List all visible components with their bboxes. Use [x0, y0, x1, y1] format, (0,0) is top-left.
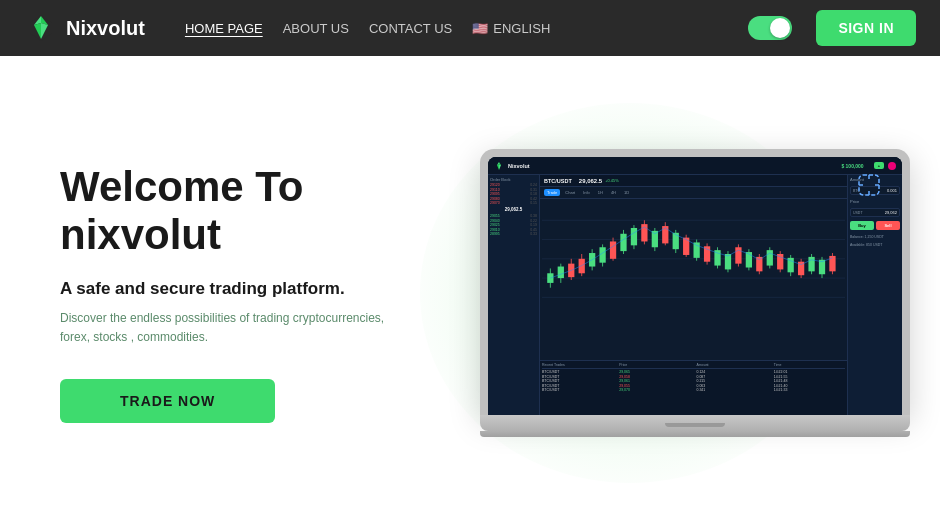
sell-button[interactable]: Sell	[876, 221, 900, 230]
laptop-outer: Nixvolut $ 100,000 + Order Book	[480, 149, 910, 415]
leaf-logo-icon	[24, 11, 58, 45]
tab-4h[interactable]: 4H	[608, 189, 619, 196]
tab-1h[interactable]: 1H	[595, 189, 606, 196]
trade-now-button[interactable]: TRADE NOW	[60, 379, 275, 423]
theme-toggle[interactable]	[748, 16, 792, 40]
hero-subtitle: A safe and secure trading platform.	[60, 279, 400, 299]
mid-price: 29,062.5	[490, 207, 537, 212]
asset-price: 29,062.5	[579, 178, 602, 184]
table-row: BTC/USDT 29,055 0.063 14:21:40	[542, 384, 845, 388]
buy-sell-buttons: Buy Sell	[850, 221, 900, 230]
laptop-base	[480, 415, 910, 431]
tab-info[interactable]: Info	[580, 189, 593, 196]
nav-contact[interactable]: CONTACT US	[369, 21, 452, 36]
hero-desc: Discover the endless possibilities of tr…	[60, 309, 400, 347]
tab-trade[interactable]: Trade	[544, 189, 560, 196]
nav-home[interactable]: HOME PAGE	[185, 21, 263, 36]
laptop-stand	[480, 431, 910, 437]
navbar: Nixvolut HOME PAGE ABOUT US CONTACT US 🇺…	[0, 0, 940, 56]
svg-rect-22	[599, 247, 605, 262]
hero-text-block: Welcome To nixvolut A safe and secure tr…	[60, 163, 400, 424]
laptop-mockup: Nixvolut $ 100,000 + Order Book	[480, 149, 910, 437]
chart-tabs: Trade Chart Info 1H 4H 1D	[540, 187, 847, 199]
svg-rect-26	[620, 234, 626, 251]
platform-body: Order Book 291200.24 291100.31 290950.18…	[488, 175, 902, 415]
logo-text: Nixvolut	[66, 17, 145, 40]
asset-name: BTC/USDT	[544, 178, 572, 184]
tab-1d[interactable]: 1D	[621, 189, 632, 196]
platform-name: Nixvolut	[508, 163, 530, 169]
svg-rect-14	[558, 267, 564, 279]
hero-title: Welcome To nixvolut	[60, 163, 400, 260]
trading-ui: Nixvolut $ 100,000 + Order Book	[488, 157, 902, 415]
signin-button[interactable]: SIGN IN	[816, 10, 916, 46]
tab-chart[interactable]: Chart	[562, 189, 578, 196]
nav-about[interactable]: ABOUT US	[283, 21, 349, 36]
table-row: BTC/USDT 29,058 0.087 14:21:55	[542, 375, 845, 379]
svg-rect-38	[683, 238, 689, 255]
price-input[interactable]: USDT 29,062	[850, 208, 900, 217]
laptop-screen: Nixvolut $ 100,000 + Order Book	[488, 157, 902, 415]
order-book: Order Book 291200.24 291100.31 290950.18…	[488, 175, 540, 415]
platform-topbar: Nixvolut $ 100,000 +	[488, 157, 902, 175]
lang-label: ENGLISH	[493, 21, 550, 36]
trade-panel: Amount BTC 0.001 Price USDT 29,062	[847, 175, 902, 415]
logo[interactable]: Nixvolut	[24, 11, 145, 45]
user-avatar[interactable]	[888, 162, 896, 170]
svg-rect-24	[610, 241, 616, 258]
toggle-knob	[770, 18, 790, 38]
deposit-button[interactable]: +	[874, 162, 884, 169]
svg-rect-34	[662, 226, 668, 243]
svg-rect-52	[756, 257, 762, 271]
table-row: BTC/USDT 29,070 0.341 14:21:33	[542, 388, 845, 392]
svg-rect-36	[673, 233, 679, 249]
chart-panel: BTC/USDT 29,062.5 +0.45% Trade Chart Inf…	[540, 175, 847, 415]
us-flag-icon: 🇺🇸	[472, 21, 488, 36]
crosshair-icon	[858, 174, 880, 196]
svg-rect-54	[767, 250, 773, 265]
lang-selector[interactable]: 🇺🇸 ENGLISH	[472, 21, 550, 36]
svg-rect-18	[579, 259, 585, 273]
balance-display: $ 100,000	[841, 163, 863, 169]
platform-logo-icon	[494, 161, 504, 171]
candlestick-chart	[540, 199, 847, 309]
asset-bar: BTC/USDT 29,062.5 +0.45%	[540, 175, 847, 187]
nav-links: HOME PAGE ABOUT US CONTACT US 🇺🇸 ENGLISH	[185, 21, 724, 36]
table-row: BTC/USDT 29,061 0.215 14:21:48	[542, 379, 845, 383]
laptop-notch	[665, 423, 725, 427]
laptop: Nixvolut $ 100,000 + Order Book	[480, 149, 910, 437]
trades-table: Recent Trades Price Amount Time BTC/USDT…	[540, 360, 847, 415]
svg-rect-40	[694, 242, 700, 257]
svg-rect-28	[631, 228, 637, 245]
asset-change: +0.45%	[605, 178, 619, 183]
buy-button[interactable]: Buy	[850, 221, 874, 230]
hero-section: Welcome To nixvolut A safe and secure tr…	[0, 56, 940, 530]
table-row: BTC/USDT 29,065 0.124 14:22:01	[542, 370, 845, 374]
svg-rect-62	[808, 257, 814, 271]
toggle-switch[interactable]	[748, 16, 792, 40]
svg-rect-48	[735, 247, 741, 263]
